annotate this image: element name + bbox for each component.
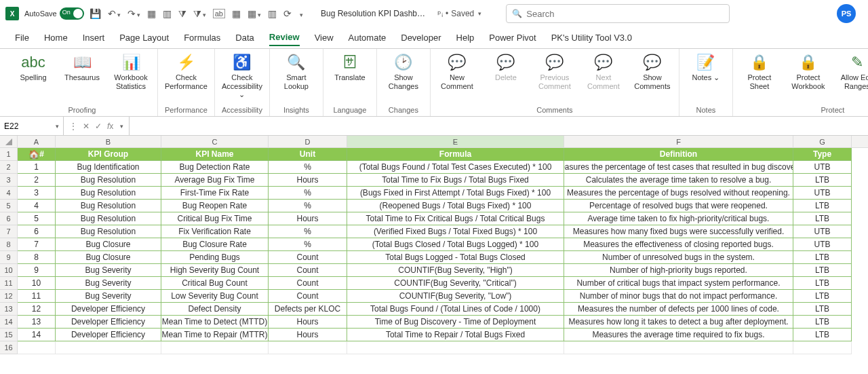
cell[interactable]: UTB <box>793 238 852 251</box>
cell[interactable]: % <box>269 238 347 251</box>
row-head[interactable]: 8 <box>0 238 18 251</box>
cell[interactable]: LTB <box>793 277 852 290</box>
cell[interactable]: Bug Reopen Rate <box>161 200 269 212</box>
cell[interactable]: 7 <box>18 238 56 251</box>
protect-workbook-button[interactable]: 🔒Protect Workbook <box>789 52 828 90</box>
allow-edit-ranges-button[interactable]: ✎Allow Edit Ranges <box>837 52 868 90</box>
cell[interactable]: % <box>269 187 347 200</box>
redo-icon[interactable]: ↷▾ <box>127 8 140 19</box>
fx-icon[interactable]: fx <box>107 121 113 131</box>
table-icon[interactable]: ▦ <box>147 8 156 19</box>
cell[interactable]: LTB <box>793 251 852 264</box>
cell[interactable]: Count <box>269 290 347 303</box>
search-bar[interactable]: 🔍 <box>506 4 730 23</box>
save-icon[interactable]: 💾 <box>90 8 101 19</box>
cell[interactable]: Defects per KLOC <box>269 303 347 316</box>
tab-insert[interactable]: Insert <box>83 30 105 45</box>
cell[interactable]: Bug Closure <box>56 238 161 251</box>
col-head-C[interactable]: C <box>161 136 269 147</box>
cell[interactable]: Formula <box>347 148 564 161</box>
cell[interactable]: Fix Verification Rate <box>161 225 269 238</box>
name-box[interactable]: ▾ <box>0 117 64 135</box>
spreadsheet-grid[interactable]: A B C D E F G 1🏠 #KPI GroupKPI NameUnitF… <box>0 136 868 354</box>
cell[interactable]: (Total Bugs Found / Total Test Cases Exe… <box>347 161 564 174</box>
tab-developer[interactable]: Developer <box>401 30 441 45</box>
cell[interactable]: 12 <box>18 303 56 316</box>
tab-review[interactable]: Review <box>269 29 300 46</box>
cell[interactable]: Definition <box>564 148 793 161</box>
row-head[interactable]: 14 <box>0 316 18 329</box>
cell[interactable]: (Verified Fixed Bugs / Total Fixed Bugs)… <box>347 225 564 238</box>
cell[interactable]: Bug Severity <box>56 264 161 277</box>
filter2-icon[interactable]: ⧩▾ <box>193 8 206 20</box>
cell[interactable]: Number of critical bugs that impact syst… <box>564 277 793 290</box>
thesaurus-button[interactable]: 📖Thesaurus <box>62 52 102 82</box>
cell[interactable]: COUNTIF(Bug Severity, "High") <box>347 264 564 277</box>
cell[interactable]: (Total Bugs Closed / Total Bugs Logged) … <box>347 238 564 251</box>
cell[interactable]: 2 <box>18 174 56 187</box>
cell[interactable]: 6 <box>18 225 56 238</box>
cell[interactable]: LTB <box>793 264 852 277</box>
cell[interactable]: Type <box>793 148 852 161</box>
tab-pk-s-utility-tool-v3-0[interactable]: PK's Utility Tool V3.0 <box>551 30 632 45</box>
cell[interactable]: Total Time to Fix Critical Bugs / Total … <box>347 212 564 225</box>
col-head-G[interactable]: G <box>793 136 852 147</box>
cell[interactable]: Developer Efficiency <box>56 303 161 316</box>
cell[interactable]: KPI Name <box>161 148 269 161</box>
cell[interactable]: LTB <box>793 303 852 316</box>
cell[interactable]: 11 <box>18 290 56 303</box>
translate-button[interactable]: 🈂Translate <box>330 52 370 82</box>
cell[interactable]: 1 <box>18 161 56 174</box>
workbook-stats-button[interactable]: 📊Workbook Statistics <box>111 52 151 90</box>
autosave[interactable]: AutoSave On <box>24 7 84 20</box>
spelling-button[interactable]: abcSpelling <box>14 52 53 82</box>
row-head[interactable]: 6 <box>0 212 18 225</box>
cell[interactable]: Measures the percentage of bugs resolved… <box>564 187 793 200</box>
col-head-D[interactable]: D <box>269 136 347 147</box>
check-accessibility-button[interactable]: ♿Check Accessibility ⌄ <box>222 52 262 99</box>
col-head-F[interactable]: F <box>564 136 793 147</box>
cell[interactable]: Mean Time to Repair (MTTR) <box>161 329 269 341</box>
row-head[interactable]: 4 <box>0 187 18 200</box>
cell[interactable]: (Bugs Fixed in First Attempt / Total Bug… <box>347 187 564 200</box>
cell[interactable]: Time of Bug Discovery - Time of Deployme… <box>347 316 564 329</box>
protect-sheet-button[interactable]: 🔒Protect Sheet <box>740 52 779 90</box>
cell[interactable]: Critical Bug Fix Time <box>161 212 269 225</box>
cell[interactable]: Critical Bug Count <box>161 277 269 290</box>
cell[interactable]: Bug Resolution <box>56 174 161 187</box>
cell[interactable]: Measures the number of defects per 1000 … <box>564 303 793 316</box>
cell[interactable]: First-Time Fix Rate <box>161 187 269 200</box>
cell[interactable]: Hours <box>269 174 347 187</box>
show-comments-button[interactable]: 💬Show Comments <box>633 52 672 90</box>
cell[interactable]: Hours <box>269 329 347 341</box>
enter-icon[interactable]: ✓ <box>95 121 102 131</box>
cell[interactable] <box>793 341 852 354</box>
notes-button[interactable]: 📝Notes ⌄ <box>686 52 726 82</box>
col-head-E[interactable]: E <box>347 136 564 147</box>
show-changes-button[interactable]: 🕑Show Changes <box>384 52 423 90</box>
tab-formulas[interactable]: Formulas <box>184 30 220 45</box>
cell[interactable]: Low Severity Bug Count <box>161 290 269 303</box>
cell[interactable]: High Severity Bug Count <box>161 264 269 277</box>
cell[interactable]: Average time taken to fix high-priority/… <box>564 212 793 225</box>
row-head[interactable]: 9 <box>0 251 18 264</box>
refresh-icon[interactable]: ⟳ <box>283 8 292 19</box>
cell[interactable]: LTB <box>793 200 852 212</box>
cell[interactable]: Developer Efficiency <box>56 329 161 341</box>
new-comment-button[interactable]: 💬New Comment <box>437 52 477 90</box>
select-all-corner[interactable] <box>0 136 18 147</box>
cell[interactable]: % <box>269 225 347 238</box>
cell[interactable]: Bug Resolution <box>56 187 161 200</box>
cell[interactable]: Bug Detection Rate <box>161 161 269 174</box>
cell[interactable]: Measures how long it takes to detect a b… <box>564 316 793 329</box>
row-head[interactable]: 2 <box>0 161 18 174</box>
cell[interactable]: Bug Identification <box>56 161 161 174</box>
cell[interactable]: Measures the effectiveness of closing re… <box>564 238 793 251</box>
row-head[interactable]: 1 <box>0 148 18 161</box>
cell[interactable]: Bug Closure Rate <box>161 238 269 251</box>
tab-page-layout[interactable]: Page Layout <box>119 30 169 45</box>
row-head[interactable]: 13 <box>0 303 18 316</box>
tab-view[interactable]: View <box>315 30 334 45</box>
cell[interactable]: Measures the percentage of test cases th… <box>564 161 793 174</box>
cell[interactable]: Total Time to Repair / Total Bugs Fixed <box>347 329 564 341</box>
